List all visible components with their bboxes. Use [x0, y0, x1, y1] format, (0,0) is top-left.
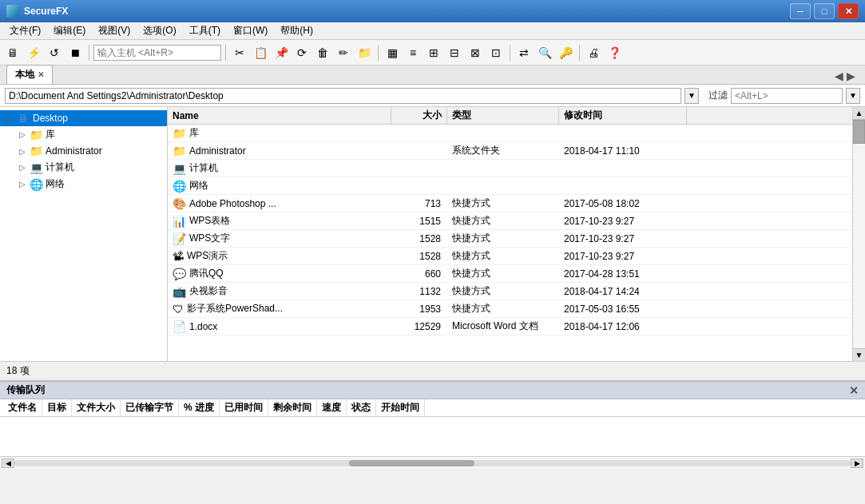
- expand-icon-ku[interactable]: ▷: [16, 129, 29, 141]
- col-header-date[interactable]: 修改时间: [559, 107, 687, 124]
- window-controls: ─ □ ✕: [790, 3, 859, 19]
- file-cell-name: 📝WPS文字: [168, 230, 391, 247]
- file-cell-name: 📽WPS演示: [168, 248, 391, 264]
- tb-reconnect-icon[interactable]: ↺: [45, 43, 64, 62]
- local-tab-close[interactable]: ✕: [38, 70, 44, 79]
- tb-view3-icon[interactable]: ⊞: [424, 43, 443, 62]
- file-name: 影子系统PowerShad...: [187, 302, 283, 315]
- filter-input[interactable]: [731, 88, 843, 104]
- tb-print-icon[interactable]: 🖨: [584, 43, 603, 62]
- filter-dropdown-btn[interactable]: ▼: [846, 88, 860, 104]
- expand-icon-desktop[interactable]: ▷: [3, 112, 16, 125]
- tb-delete-icon[interactable]: 🗑: [313, 43, 332, 62]
- tb-copy-icon[interactable]: 📋: [251, 43, 270, 62]
- tab-arrow-left[interactable]: ◀: [835, 69, 843, 82]
- file-row[interactable]: 📽WPS演示1528快捷方式2017-10-23 9:27: [168, 248, 852, 265]
- tab-arrow-right[interactable]: ▶: [847, 69, 855, 82]
- menu-item-帮助(H)[interactable]: 帮助(H): [274, 22, 319, 39]
- tb-view1-icon[interactable]: ▦: [383, 43, 402, 62]
- tree-item-computer[interactable]: ▷ 💻 计算机: [0, 159, 167, 176]
- tree-item-network[interactable]: ▷ 🌐 网络: [0, 176, 167, 192]
- menu-item-选项(O)[interactable]: 选项(O): [137, 22, 182, 39]
- file-cell-name: 📁库: [168, 125, 391, 141]
- menu-item-视图(V)[interactable]: 视图(V): [92, 22, 137, 39]
- expand-icon-computer[interactable]: ▷: [16, 161, 29, 174]
- col-header-name[interactable]: Name: [168, 107, 391, 124]
- file-name: 腾讯QQ: [189, 267, 224, 280]
- tb-refresh-icon[interactable]: ⟳: [292, 43, 311, 62]
- tb-paste-icon[interactable]: 📌: [272, 43, 291, 62]
- file-row[interactable]: 📝WPS文字1528快捷方式2017-10-23 9:27: [168, 230, 852, 248]
- file-icon: 🎨: [173, 197, 186, 210]
- file-cell-date: 2017-05-03 16:55: [559, 302, 687, 316]
- file-row[interactable]: 📺央视影音1132快捷方式2018-04-17 14:24: [168, 283, 852, 300]
- col-header-type[interactable]: 类型: [447, 107, 559, 124]
- toolbar-sep-1: [89, 45, 89, 61]
- host-input[interactable]: [93, 45, 221, 61]
- menu-item-文件(F)[interactable]: 文件(F): [3, 22, 47, 39]
- minimize-button[interactable]: ─: [790, 3, 811, 19]
- file-icon: 🛡: [173, 303, 184, 315]
- file-cell-size: [391, 167, 447, 170]
- file-row[interactable]: 💻计算机: [168, 160, 852, 177]
- tb-view6-icon[interactable]: ⊡: [486, 43, 506, 62]
- desktop-icon: 🖥: [16, 112, 30, 125]
- file-row[interactable]: 🎨Adobe Photoshop ...713快捷方式2017-05-08 18…: [168, 195, 852, 212]
- path-input[interactable]: [5, 88, 681, 104]
- file-name: 央视影音: [189, 284, 228, 298]
- file-cell-date: 2018-04-17 11:10: [559, 144, 687, 158]
- tb-help-icon[interactable]: ❓: [605, 43, 624, 62]
- menu-item-编辑(E)[interactable]: 编辑(E): [47, 22, 92, 39]
- file-row[interactable]: 💬腾讯QQ660快捷方式2017-04-28 13:51: [168, 265, 852, 283]
- file-icon: 📄: [173, 320, 186, 333]
- file-row[interactable]: 📁库: [168, 125, 852, 142]
- expand-icon-network[interactable]: ▷: [16, 178, 29, 191]
- transfer-col-header: 已传输字节: [121, 399, 179, 416]
- menu-item-工具(T)[interactable]: 工具(T): [183, 22, 227, 39]
- tb-rename-icon[interactable]: ✏: [334, 43, 353, 62]
- file-row[interactable]: 🛡影子系统PowerShad...1953快捷方式2017-05-03 16:5…: [168, 300, 852, 318]
- restore-button[interactable]: □: [814, 3, 835, 19]
- file-list-body: 📁库📁Administrator系统文件夹2018-04-17 11:10💻计算…: [168, 125, 852, 361]
- local-tab[interactable]: 本地 ✕: [6, 65, 53, 84]
- tb-key-icon[interactable]: 🔑: [556, 43, 575, 62]
- h-scroll-thumb[interactable]: [349, 460, 474, 466]
- tree-item-desktop[interactable]: ▷ 🖥 Desktop: [0, 110, 167, 126]
- filter-label: 过滤: [708, 89, 728, 102]
- tb-view4-icon[interactable]: ⊟: [445, 43, 464, 62]
- h-scrollbar[interactable]: ◀ ▶: [0, 456, 865, 469]
- transfer-close-btn[interactable]: ✕: [849, 384, 859, 397]
- tb-view5-icon[interactable]: ⊠: [466, 43, 485, 62]
- file-cell-size: 1528: [391, 249, 447, 264]
- file-row[interactable]: 📁Administrator系统文件夹2018-04-17 11:10: [168, 142, 852, 160]
- right-scrollbar[interactable]: ▲ ▼: [852, 107, 865, 361]
- tb-connect-icon[interactable]: 🖥: [3, 43, 22, 62]
- tree-item-admin[interactable]: ▷ 📁 Administrator: [0, 143, 167, 159]
- file-row[interactable]: 🌐网络: [168, 177, 852, 195]
- expand-icon-admin[interactable]: ▷: [16, 145, 29, 157]
- file-name: 计算机: [189, 161, 218, 175]
- file-cell-size: 713: [391, 196, 447, 211]
- tb-sync-icon[interactable]: ⇄: [514, 43, 534, 62]
- file-cell-size: 12529: [391, 319, 447, 334]
- close-button[interactable]: ✕: [838, 3, 859, 19]
- transfer-col-header: % 进度: [179, 399, 220, 416]
- tb-stop-icon[interactable]: ⏹: [65, 43, 85, 62]
- file-cell-type: 快捷方式: [447, 230, 559, 247]
- path-dropdown-btn[interactable]: ▼: [684, 88, 699, 104]
- tb-quick-connect-icon[interactable]: ⚡: [24, 43, 43, 62]
- file-cell-size: 1515: [391, 214, 447, 228]
- tb-view2-icon[interactable]: ≡: [403, 43, 423, 62]
- transfer-col-header: 已用时间: [220, 399, 268, 416]
- left-tree: ▷ 🖥 Desktop ▷ 📁 库 ▷ 📁 Administrator ▷ 💻 …: [0, 107, 168, 361]
- file-row[interactable]: 📊WPS表格1515快捷方式2017-10-23 9:27: [168, 212, 852, 230]
- file-cell-date: [559, 132, 687, 135]
- file-cell-type: Microsoft Word 文档: [447, 318, 559, 335]
- file-row[interactable]: 📄1.docx12529Microsoft Word 文档2018-04-17 …: [168, 318, 852, 335]
- tree-item-ku[interactable]: ▷ 📁 库: [0, 126, 167, 143]
- col-header-size[interactable]: 大小: [391, 107, 447, 124]
- tb-cut-icon[interactable]: ✂: [230, 43, 249, 62]
- tb-filter-icon[interactable]: 🔍: [535, 43, 554, 62]
- menu-item-窗口(W)[interactable]: 窗口(W): [227, 22, 274, 39]
- tb-mkdir-icon[interactable]: 📁: [355, 43, 374, 62]
